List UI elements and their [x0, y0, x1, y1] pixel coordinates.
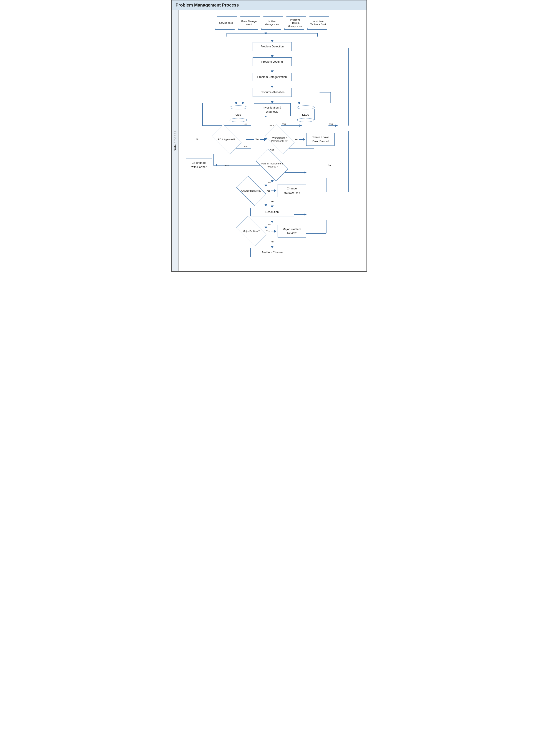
partner-involvement-diamond: Partner Involvement Required?	[258, 156, 286, 174]
no-change-label: No	[270, 200, 273, 203]
major-problem-diamond: Major Problem?	[238, 223, 264, 239]
yes-rca-down-label: Yes	[270, 148, 274, 151]
yes-partner-label: Yes	[225, 164, 229, 166]
resource-allocation-box: Resource Allocation	[252, 88, 292, 96]
change-required-diamond: Change Required?	[238, 183, 264, 199]
input-technical-staff: Input from Technical Staff	[307, 16, 329, 29]
no-rca-label: No	[196, 138, 199, 141]
inputs-row: Service desk Event Manage ment Incident …	[215, 16, 329, 29]
page-body: Sub-process	[172, 10, 366, 271]
yes-major-label: Yes	[266, 230, 270, 232]
investigation-diagnosis-box: Investigation & Diagnosis	[254, 103, 291, 116]
no-major-label: No	[270, 240, 273, 243]
page: Problem Management Process Sub-process	[171, 0, 367, 272]
change-management-box: Change Management	[278, 184, 306, 197]
coordinate-partner-box: Co-ordinate with Partner	[186, 158, 212, 171]
create-known-error-box: Create Known Error Record	[306, 133, 335, 145]
resolution-box: Resolution	[250, 208, 294, 216]
input-service-desk: Service desk	[215, 16, 237, 29]
cms-cylinder: CMS	[230, 105, 247, 120]
major-problem-review-box: Major Problem Review	[278, 225, 306, 238]
main-flow: Service desk Event Manage ment Incident …	[183, 16, 361, 257]
input-incident-management: Incident Manage ment	[261, 16, 283, 29]
input-event-management: Event Manage ment	[238, 16, 260, 29]
problem-closure-box: Problem Closure	[250, 248, 294, 257]
yes-create-label: Yes	[295, 138, 299, 141]
rca-approved-diamond: RCA Approved?	[213, 131, 240, 148]
yes-rca-label: Yes	[255, 138, 259, 141]
yes-change-label: Yes	[266, 190, 270, 192]
input-proactive-problem: Proactive Problem Manage ment	[284, 16, 306, 29]
diagram-area: RCA Yes No Yes Yes	[179, 10, 366, 271]
page-title: Problem Management Process	[172, 0, 366, 10]
workaround-diamond: Workaround / Permanent Fix?	[266, 131, 293, 148]
no-partner-label: No	[328, 164, 331, 166]
problem-categorization-box: Problem Categorization	[252, 73, 292, 81]
kedb-cylinder: KEDB	[297, 105, 314, 120]
problem-logging-box: Problem Logging	[252, 57, 292, 66]
sub-process-label: Sub-process	[174, 131, 177, 151]
left-label-area: Sub-process	[172, 10, 179, 271]
problem-detection-box: Problem Detection	[252, 42, 292, 51]
